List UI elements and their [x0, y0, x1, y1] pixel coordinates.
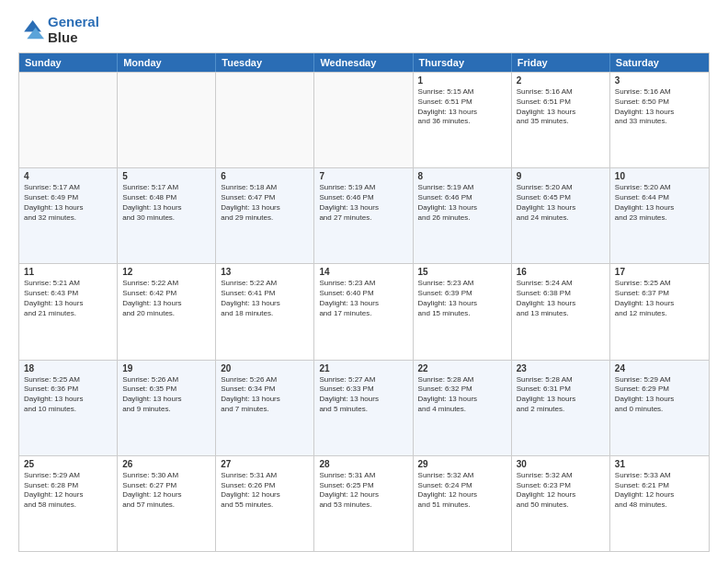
day-number: 9: [517, 171, 605, 181]
calendar-header: SundayMondayTuesdayWednesdayThursdayFrid…: [19, 53, 709, 72]
cal-header-day: Friday: [512, 53, 610, 72]
day-number: 18: [24, 363, 112, 373]
calendar-row: 18Sunrise: 5:25 AM Sunset: 6:36 PM Dayli…: [19, 360, 709, 455]
calendar-cell: 16Sunrise: 5:24 AM Sunset: 6:38 PM Dayli…: [512, 264, 610, 359]
calendar-cell: 12Sunrise: 5:22 AM Sunset: 6:42 PM Dayli…: [118, 264, 216, 359]
day-info: Sunrise: 5:32 AM Sunset: 6:24 PM Dayligh…: [418, 471, 506, 511]
day-number: 2: [517, 75, 605, 86]
calendar-cell: 31Sunrise: 5:33 AM Sunset: 6:21 PM Dayli…: [610, 456, 709, 551]
calendar-cell: 21Sunrise: 5:27 AM Sunset: 6:33 PM Dayli…: [314, 361, 413, 455]
day-number: 10: [615, 171, 704, 181]
calendar-cell: 28Sunrise: 5:31 AM Sunset: 6:25 PM Dayli…: [314, 456, 413, 551]
day-info: Sunrise: 5:29 AM Sunset: 6:28 PM Dayligh…: [24, 471, 112, 511]
day-number: 15: [418, 267, 506, 277]
day-info: Sunrise: 5:26 AM Sunset: 6:35 PM Dayligh…: [122, 375, 210, 415]
day-info: Sunrise: 5:28 AM Sunset: 6:32 PM Dayligh…: [418, 375, 506, 415]
calendar-cell: 10Sunrise: 5:20 AM Sunset: 6:44 PM Dayli…: [610, 168, 709, 263]
day-info: Sunrise: 5:25 AM Sunset: 6:36 PM Dayligh…: [24, 375, 112, 415]
day-info: Sunrise: 5:16 AM Sunset: 6:50 PM Dayligh…: [615, 87, 704, 127]
calendar-cell: 13Sunrise: 5:22 AM Sunset: 6:41 PM Dayli…: [216, 264, 314, 359]
page: General Blue SundayMondayTuesdayWednesda…: [0, 0, 728, 563]
day-number: 25: [24, 459, 112, 469]
calendar-row: 4Sunrise: 5:17 AM Sunset: 6:49 PM Daylig…: [19, 167, 709, 263]
day-info: Sunrise: 5:23 AM Sunset: 6:39 PM Dayligh…: [418, 279, 506, 318]
header: General Blue: [18, 15, 710, 45]
calendar-cell: 29Sunrise: 5:32 AM Sunset: 6:24 PM Dayli…: [414, 456, 512, 551]
day-number: 31: [615, 459, 704, 469]
day-info: Sunrise: 5:31 AM Sunset: 6:26 PM Dayligh…: [221, 471, 309, 511]
day-number: 22: [418, 363, 506, 373]
calendar-cell: 11Sunrise: 5:21 AM Sunset: 6:43 PM Dayli…: [19, 264, 118, 359]
calendar-cell: 14Sunrise: 5:23 AM Sunset: 6:40 PM Dayli…: [314, 264, 413, 359]
calendar-cell: 18Sunrise: 5:25 AM Sunset: 6:36 PM Dayli…: [19, 361, 118, 455]
day-number: 5: [122, 171, 210, 181]
day-info: Sunrise: 5:20 AM Sunset: 6:45 PM Dayligh…: [517, 183, 605, 223]
calendar-row: 11Sunrise: 5:21 AM Sunset: 6:43 PM Dayli…: [19, 263, 709, 359]
calendar-cell: 3Sunrise: 5:16 AM Sunset: 6:50 PM Daylig…: [610, 73, 709, 167]
day-number: 21: [319, 363, 407, 373]
logo-text: General Blue: [48, 15, 99, 45]
day-number: 27: [221, 459, 309, 469]
day-number: 26: [122, 459, 210, 469]
calendar: SundayMondayTuesdayWednesdayThursdayFrid…: [18, 52, 710, 552]
calendar-cell: 1Sunrise: 5:15 AM Sunset: 6:51 PM Daylig…: [414, 73, 512, 167]
day-number: 4: [24, 171, 112, 181]
day-info: Sunrise: 5:24 AM Sunset: 6:38 PM Dayligh…: [517, 279, 605, 318]
day-number: 16: [517, 267, 605, 277]
day-number: 12: [122, 267, 210, 277]
calendar-cell: 25Sunrise: 5:29 AM Sunset: 6:28 PM Dayli…: [19, 456, 118, 551]
day-number: 8: [418, 171, 506, 181]
day-info: Sunrise: 5:16 AM Sunset: 6:51 PM Dayligh…: [517, 87, 605, 127]
calendar-cell: 19Sunrise: 5:26 AM Sunset: 6:35 PM Dayli…: [118, 361, 216, 455]
cal-header-day: Monday: [118, 53, 216, 72]
day-info: Sunrise: 5:22 AM Sunset: 6:41 PM Dayligh…: [221, 279, 309, 318]
day-info: Sunrise: 5:20 AM Sunset: 6:44 PM Dayligh…: [615, 183, 704, 223]
calendar-cell: 26Sunrise: 5:30 AM Sunset: 6:27 PM Dayli…: [118, 456, 216, 551]
calendar-cell: [314, 73, 413, 167]
calendar-cell: 2Sunrise: 5:16 AM Sunset: 6:51 PM Daylig…: [512, 73, 610, 167]
day-info: Sunrise: 5:23 AM Sunset: 6:40 PM Dayligh…: [319, 279, 407, 318]
day-info: Sunrise: 5:26 AM Sunset: 6:34 PM Dayligh…: [221, 375, 309, 415]
day-info: Sunrise: 5:18 AM Sunset: 6:47 PM Dayligh…: [221, 183, 309, 223]
day-number: 30: [517, 459, 605, 469]
calendar-cell: 24Sunrise: 5:29 AM Sunset: 6:29 PM Dayli…: [610, 361, 709, 455]
day-info: Sunrise: 5:31 AM Sunset: 6:25 PM Dayligh…: [319, 471, 407, 511]
calendar-cell: 6Sunrise: 5:18 AM Sunset: 6:47 PM Daylig…: [216, 168, 314, 263]
day-number: 1: [418, 75, 506, 86]
day-number: 7: [319, 171, 407, 181]
calendar-row: 1Sunrise: 5:15 AM Sunset: 6:51 PM Daylig…: [19, 72, 709, 167]
calendar-cell: 22Sunrise: 5:28 AM Sunset: 6:32 PM Dayli…: [414, 361, 512, 455]
cal-header-day: Saturday: [610, 53, 709, 72]
day-number: 17: [615, 267, 704, 277]
day-info: Sunrise: 5:25 AM Sunset: 6:37 PM Dayligh…: [615, 279, 704, 318]
calendar-cell: 20Sunrise: 5:26 AM Sunset: 6:34 PM Dayli…: [216, 361, 314, 455]
day-info: Sunrise: 5:30 AM Sunset: 6:27 PM Dayligh…: [122, 471, 210, 511]
day-number: 19: [122, 363, 210, 373]
day-info: Sunrise: 5:22 AM Sunset: 6:42 PM Dayligh…: [122, 279, 210, 318]
cal-header-day: Tuesday: [216, 53, 314, 72]
calendar-cell: 27Sunrise: 5:31 AM Sunset: 6:26 PM Dayli…: [216, 456, 314, 551]
cal-header-day: Thursday: [414, 53, 512, 72]
logo: General Blue: [18, 15, 99, 45]
calendar-cell: 15Sunrise: 5:23 AM Sunset: 6:39 PM Dayli…: [414, 264, 512, 359]
day-info: Sunrise: 5:17 AM Sunset: 6:49 PM Dayligh…: [24, 183, 112, 223]
day-info: Sunrise: 5:33 AM Sunset: 6:21 PM Dayligh…: [615, 471, 704, 511]
calendar-cell: 7Sunrise: 5:19 AM Sunset: 6:46 PM Daylig…: [314, 168, 413, 263]
day-number: 20: [221, 363, 309, 373]
day-info: Sunrise: 5:21 AM Sunset: 6:43 PM Dayligh…: [24, 279, 112, 318]
calendar-cell: 4Sunrise: 5:17 AM Sunset: 6:49 PM Daylig…: [19, 168, 118, 263]
calendar-cell: [19, 73, 118, 167]
logo-icon: [18, 17, 44, 43]
calendar-cell: 17Sunrise: 5:25 AM Sunset: 6:37 PM Dayli…: [610, 264, 709, 359]
day-info: Sunrise: 5:19 AM Sunset: 6:46 PM Dayligh…: [319, 183, 407, 223]
day-number: 29: [418, 459, 506, 469]
svg-marker-0: [24, 20, 41, 31]
day-info: Sunrise: 5:29 AM Sunset: 6:29 PM Dayligh…: [615, 375, 704, 415]
calendar-cell: 9Sunrise: 5:20 AM Sunset: 6:45 PM Daylig…: [512, 168, 610, 263]
day-info: Sunrise: 5:27 AM Sunset: 6:33 PM Dayligh…: [319, 375, 407, 415]
day-number: 14: [319, 267, 407, 277]
day-number: 13: [221, 267, 309, 277]
day-info: Sunrise: 5:17 AM Sunset: 6:48 PM Dayligh…: [122, 183, 210, 223]
calendar-cell: [216, 73, 314, 167]
cal-header-day: Sunday: [19, 53, 118, 72]
